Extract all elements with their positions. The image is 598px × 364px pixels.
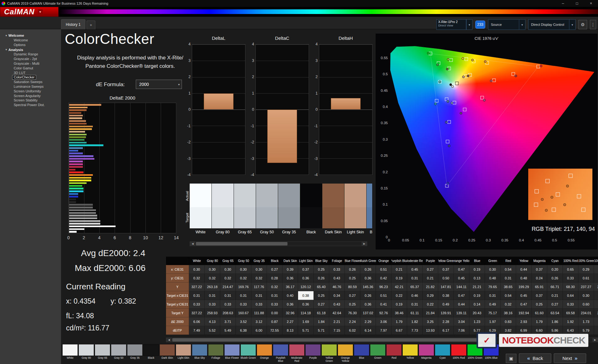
table-cell[interactable]: 0.06	[594, 300, 598, 309]
table-cell[interactable]: 0.27	[345, 291, 360, 300]
table-cell[interactable]: 36.17	[282, 282, 298, 291]
table-cell[interactable]: 0.26	[345, 265, 360, 274]
strip-patch-red[interactable]: Red	[386, 344, 402, 363]
table-cell[interactable]: 0.32	[267, 282, 282, 291]
table-cell[interactable]: 0.64	[563, 291, 578, 300]
table-cell[interactable]: 208.63	[220, 309, 236, 317]
table-cell[interactable]: 42.64	[329, 309, 345, 317]
table-cell[interactable]: 2.27	[282, 317, 298, 326]
table-cell[interactable]: 0.45	[407, 265, 423, 274]
table-cell[interactable]: 0.25	[345, 274, 360, 282]
table-cell[interactable]: 0.36	[298, 274, 314, 282]
table-cell[interactable]: 0.31	[189, 291, 205, 300]
table-cell[interactable]: 1.82	[407, 317, 423, 326]
table-cell[interactable]: 0.61	[578, 274, 594, 282]
table-cell[interactable]: 0.33	[189, 300, 205, 309]
table-cell[interactable]: 7.15	[329, 326, 345, 335]
table-cell[interactable]: 6.02	[345, 326, 360, 335]
table-cell[interactable]: 234.01	[578, 309, 594, 317]
table-cell[interactable]: 327.22	[189, 282, 205, 291]
table-cell[interactable]: 6.38	[236, 326, 251, 335]
strip-patch-blue-flower[interactable]: Blue Flower	[224, 344, 240, 363]
sidebar-section-welcome[interactable]: ▾Welcome	[0, 33, 61, 38]
table-cell[interactable]: 0.26	[314, 274, 329, 282]
maximize-button[interactable]: □	[570, 0, 584, 7]
strip-patch-white[interactable]: White	[62, 344, 78, 363]
table-cell[interactable]: 6.17	[438, 326, 454, 335]
table-cell[interactable]: 76.30	[345, 309, 360, 317]
table-cell[interactable]: 0.31	[251, 291, 267, 300]
table-cell[interactable]: 0.48	[485, 274, 501, 282]
table-cell[interactable]: 0.87	[267, 317, 282, 326]
table-cell[interactable]: 0.31	[267, 291, 282, 300]
table-cell[interactable]: 2.93	[516, 317, 532, 326]
table-cell[interactable]: 2.28	[438, 317, 454, 326]
sidebar-item-dynamic-range[interactable]: Dynamic Range	[0, 52, 61, 57]
table-cell[interactable]: 0.32	[189, 274, 205, 282]
table-cell[interactable]: 117.76	[251, 282, 267, 291]
table-cell[interactable]: 0.43	[329, 274, 345, 282]
sidebar-item-screen-uniformity[interactable]: Screen Uniformity	[0, 89, 61, 94]
table-cell[interactable]: 0.36	[360, 274, 376, 282]
strip-patch-purple[interactable]: Purple	[305, 344, 321, 363]
strip-patch-100-red[interactable]: 100% Red	[451, 344, 467, 363]
table-cell[interactable]: 0.31	[407, 300, 423, 309]
table-cell[interactable]: 4.13	[205, 317, 220, 326]
table-cell[interactable]: 0.32	[220, 274, 236, 282]
table-cell[interactable]: 0.25	[314, 291, 329, 300]
table-cell[interactable]: 0.36	[298, 300, 314, 309]
scroll-left-icon[interactable]: ◀	[190, 242, 195, 246]
de-formula-select[interactable]: 2000 ▾	[136, 80, 182, 89]
table-cell[interactable]: 0.15	[594, 265, 598, 274]
back-button[interactable]: « Back	[519, 353, 551, 363]
table-cell[interactable]: 0.38	[298, 291, 314, 300]
add-tab-button[interactable]: +	[87, 21, 95, 29]
table-cell[interactable]: 0.54	[501, 291, 516, 300]
table-cell[interactable]: 1.97	[485, 317, 501, 326]
table-cell[interactable]: 0.30	[251, 265, 267, 274]
table-cell[interactable]: 2.24	[345, 317, 360, 326]
table-cell[interactable]: 1.86	[547, 317, 563, 326]
strip-patch-blue[interactable]: Blue	[354, 344, 369, 363]
scroll-right-icon[interactable]: ▶	[592, 338, 598, 342]
table-cell[interactable]: 6.00	[251, 326, 267, 335]
window-mode-button[interactable]: ▣	[506, 354, 516, 363]
table-cell[interactable]: 263.18	[205, 282, 220, 291]
table-cell[interactable]: 1.84	[314, 317, 329, 326]
table-cell[interactable]: 1.92	[563, 317, 578, 326]
table-cell[interactable]: 0.47	[516, 300, 532, 309]
source-dropdown[interactable]: Source ▾	[488, 19, 525, 30]
table-cell[interactable]: 92.76	[376, 309, 392, 317]
close-button[interactable]: ×	[584, 0, 598, 7]
table-cell[interactable]: 0.37	[298, 265, 314, 274]
table-cell[interactable]: 0.27	[267, 265, 282, 274]
calman-logo[interactable]: CalMAN ▾	[0, 7, 59, 17]
table-cell[interactable]: 0.33	[267, 300, 282, 309]
table-cell[interactable]: 0.83	[501, 317, 516, 326]
sidebar-item-luminance-sweeps[interactable]: Luminance Sweeps	[0, 84, 61, 89]
table-cell[interactable]: 0.06	[594, 274, 598, 282]
table-scroll-thumb[interactable]	[172, 338, 492, 342]
table-cell[interactable]: 0.25	[532, 300, 547, 309]
table-cell[interactable]: 0.49	[485, 300, 501, 309]
strip-patch-magenta[interactable]: Magenta	[419, 344, 434, 363]
table-cell[interactable]: 80.59	[345, 282, 360, 291]
table-cell[interactable]: 0.50	[438, 274, 454, 282]
table-cell[interactable]: 0.51	[376, 291, 392, 300]
table-cell[interactable]: 69.58	[563, 309, 578, 317]
table-cell[interactable]: 0.33	[329, 265, 345, 274]
table-cell[interactable]: 66.71	[547, 282, 563, 291]
swatch-scroll-track[interactable]	[195, 242, 362, 246]
table-cell[interactable]: 0.40	[282, 291, 298, 300]
table-cell[interactable]: 0.36	[360, 300, 376, 309]
patch-dark-skin[interactable]: Dark Skin	[322, 184, 344, 236]
table-cell[interactable]: 21.21	[469, 282, 485, 291]
strip-patch-yellow[interactable]: Yellow	[402, 344, 418, 363]
table-cell[interactable]: 23.54	[594, 282, 598, 291]
table-cell[interactable]: 139.11	[454, 309, 469, 317]
table-cell[interactable]: 0.30	[578, 291, 594, 300]
table-cell[interactable]: 0.45	[516, 291, 532, 300]
sidebar-item-color-gamut[interactable]: Color Gamut	[0, 66, 61, 71]
patch-gray-80[interactable]: Gray 80	[212, 184, 234, 236]
table-cell[interactable]: 3.25	[423, 317, 438, 326]
